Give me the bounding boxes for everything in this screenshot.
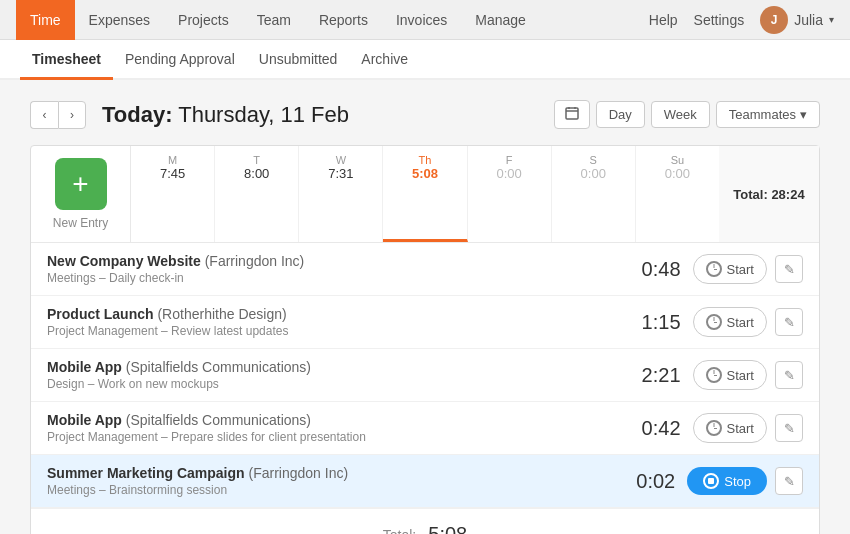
day-view-button[interactable]: Day [596, 101, 645, 128]
entry-actions: Start✎ [693, 254, 803, 284]
edit-icon: ✎ [784, 262, 795, 277]
entry-project: Summer Marketing Campaign (Farringdon In… [47, 465, 605, 481]
entry-info: Mobile App (Spitalfields Communications)… [47, 359, 611, 391]
avatar: J [760, 6, 788, 34]
clock-icon [706, 261, 722, 277]
day-time: 0:00 [474, 166, 545, 181]
new-entry-col: + New Entry [31, 146, 131, 242]
start-label: Start [727, 262, 754, 277]
edit-button[interactable]: ✎ [775, 467, 803, 495]
day-col-w[interactable]: W7:31 [299, 146, 383, 242]
nav-item-manage[interactable]: Manage [461, 0, 540, 40]
entry-row: Mobile App (Spitalfields Communications)… [31, 349, 819, 402]
sub-nav: TimesheetPending ApprovalUnsubmittedArch… [0, 40, 850, 80]
user-name: Julia [794, 12, 823, 28]
day-col-s[interactable]: S0:00 [552, 146, 636, 242]
day-time: 5:08 [389, 166, 460, 181]
new-entry-label: New Entry [53, 216, 108, 230]
start-label: Start [727, 315, 754, 330]
view-controls: Day Week Teammates ▾ [554, 100, 820, 129]
edit-button[interactable]: ✎ [775, 308, 803, 336]
nav-item-reports[interactable]: Reports [305, 0, 382, 40]
nav-left: TimeExpensesProjectsTeamReportsInvoicesM… [16, 0, 540, 40]
entry-time: 1:15 [611, 311, 681, 334]
start-button[interactable]: Start [693, 307, 767, 337]
nav-item-projects[interactable]: Projects [164, 0, 243, 40]
day-col-f[interactable]: F0:00 [468, 146, 552, 242]
entry-time: 0:42 [611, 417, 681, 440]
entry-row: Mobile App (Spitalfields Communications)… [31, 402, 819, 455]
week-view-button[interactable]: Week [651, 101, 710, 128]
entry-project: Mobile App (Spitalfields Communications) [47, 412, 611, 428]
entry-row: Summer Marketing Campaign (Farringdon In… [31, 455, 819, 508]
entry-project: Mobile App (Spitalfields Communications) [47, 359, 611, 375]
entries-table: New Company Website (Farringdon Inc)Meet… [31, 243, 819, 508]
sub-nav-item-timesheet[interactable]: Timesheet [20, 40, 113, 80]
total-grid-time: 28:24 [771, 187, 804, 202]
clock-icon [706, 314, 722, 330]
entry-task: Project Management – Prepare slides for … [47, 430, 611, 444]
sub-nav-item-pending-approval[interactable]: Pending Approval [113, 40, 247, 80]
entry-row: Product Launch (Rotherhithe Design)Proje… [31, 296, 819, 349]
day-col-m[interactable]: M7:45 [131, 146, 215, 242]
time-grid: + New Entry M7:45T8:00W7:31Th5:08F0:00S0… [31, 146, 819, 243]
edit-button[interactable]: ✎ [775, 361, 803, 389]
day-col-su[interactable]: Su0:00 [636, 146, 719, 242]
edit-button[interactable]: ✎ [775, 414, 803, 442]
user-avatar-container[interactable]: J Julia ▾ [760, 6, 834, 34]
teammates-button[interactable]: Teammates ▾ [716, 101, 820, 128]
start-label: Start [727, 421, 754, 436]
date-nav-row: ‹ › Today: Thursday, 11 Feb Day Week Tea… [30, 100, 820, 129]
stop-circle-icon [703, 473, 719, 489]
sub-nav-item-unsubmitted[interactable]: Unsubmitted [247, 40, 350, 80]
user-menu-chevron: ▾ [829, 14, 834, 25]
stop-square-icon [708, 478, 714, 484]
teammates-chevron: ▾ [800, 107, 807, 122]
nav-item-time[interactable]: Time [16, 0, 75, 40]
help-link[interactable]: Help [649, 12, 678, 28]
entry-time: 2:21 [611, 364, 681, 387]
sub-nav-item-archive[interactable]: Archive [349, 40, 420, 80]
day-col-t[interactable]: T8:00 [215, 146, 299, 242]
start-button[interactable]: Start [693, 360, 767, 390]
date-string: Thursday, 11 Feb [178, 102, 349, 127]
day-col-th[interactable]: Th5:08 [383, 146, 467, 242]
edit-icon: ✎ [784, 474, 795, 489]
start-button[interactable]: Start [693, 413, 767, 443]
time-grid-container: + New Entry M7:45T8:00W7:31Th5:08F0:00S0… [30, 145, 820, 534]
day-label: S [558, 154, 629, 166]
calendar-button[interactable] [554, 100, 590, 129]
svg-rect-0 [566, 108, 578, 119]
start-button[interactable]: Start [693, 254, 767, 284]
date-title: Today: Thursday, 11 Feb [102, 102, 349, 128]
new-entry-button[interactable]: + [55, 158, 107, 210]
edit-icon: ✎ [784, 315, 795, 330]
nav-item-invoices[interactable]: Invoices [382, 0, 461, 40]
total-col: Total: 28:24 [719, 146, 819, 242]
prev-date-button[interactable]: ‹ [30, 101, 58, 129]
day-time: 0:00 [558, 166, 629, 181]
entry-project: New Company Website (Farringdon Inc) [47, 253, 611, 269]
entry-info: New Company Website (Farringdon Inc)Meet… [47, 253, 611, 285]
entry-actions: Stop✎ [687, 467, 803, 495]
total-footer-label: Total: [383, 527, 416, 535]
edit-button[interactable]: ✎ [775, 255, 803, 283]
edit-icon: ✎ [784, 368, 795, 383]
day-time: 7:45 [137, 166, 208, 181]
day-cols: M7:45T8:00W7:31Th5:08F0:00S0:00Su0:00 [131, 146, 719, 242]
entry-task: Project Management – Review latest updat… [47, 324, 611, 338]
clock-icon [706, 420, 722, 436]
day-label: F [474, 154, 545, 166]
day-time: 7:31 [305, 166, 376, 181]
entry-actions: Start✎ [693, 413, 803, 443]
day-time: 8:00 [221, 166, 292, 181]
stop-button[interactable]: Stop [687, 467, 767, 495]
settings-link[interactable]: Settings [694, 12, 745, 28]
entry-task: Meetings – Brainstorming session [47, 483, 605, 497]
day-label: M [137, 154, 208, 166]
entry-info: Mobile App (Spitalfields Communications)… [47, 412, 611, 444]
teammates-label: Teammates [729, 107, 796, 122]
nav-item-team[interactable]: Team [243, 0, 305, 40]
nav-item-expenses[interactable]: Expenses [75, 0, 164, 40]
next-date-button[interactable]: › [58, 101, 86, 129]
